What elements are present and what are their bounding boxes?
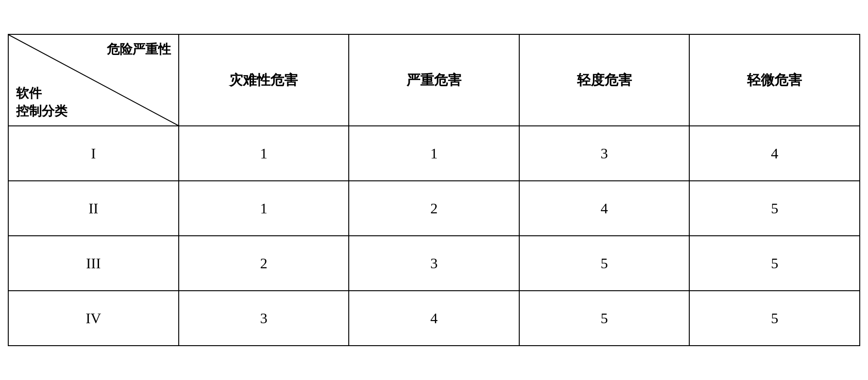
- cell-3-4: 5: [689, 236, 860, 291]
- cell-4-2: 4: [349, 291, 519, 346]
- table-wrapper: 危险严重性 软件控制分类 灾难性危害 严重危害 轻度危害 轻微危害 I 1 1 …: [8, 34, 860, 346]
- cell-3-3: 5: [519, 236, 690, 291]
- diagonal-bottom-left-label: 软件控制分类: [16, 84, 67, 120]
- row-header-1: I: [8, 126, 179, 181]
- cell-1-1: 1: [179, 126, 349, 181]
- row-header-3: III: [8, 236, 179, 291]
- cell-3-2: 3: [349, 236, 519, 291]
- diagonal-top-right-label: 危险严重性: [107, 40, 171, 58]
- table-row: III 2 3 5 5: [8, 236, 860, 291]
- column-header-3: 轻度危害: [519, 34, 690, 126]
- column-header-2: 严重危害: [349, 34, 519, 126]
- diagonal-cell-content: 危险严重性 软件控制分类: [9, 35, 178, 125]
- header-row: 危险严重性 软件控制分类 灾难性危害 严重危害 轻度危害 轻微危害: [8, 34, 860, 126]
- column-header-1: 灾难性危害: [179, 34, 349, 126]
- column-header-4: 轻微危害: [689, 34, 860, 126]
- diagonal-header-cell: 危险严重性 软件控制分类: [8, 34, 179, 126]
- cell-2-4: 5: [689, 181, 860, 236]
- table-row: I 1 1 3 4: [8, 126, 860, 181]
- cell-2-2: 2: [349, 181, 519, 236]
- cell-3-1: 2: [179, 236, 349, 291]
- main-table: 危险严重性 软件控制分类 灾难性危害 严重危害 轻度危害 轻微危害 I 1 1 …: [8, 34, 860, 346]
- cell-2-3: 4: [519, 181, 690, 236]
- cell-1-4: 4: [689, 126, 860, 181]
- row-header-4: IV: [8, 291, 179, 346]
- cell-4-3: 5: [519, 291, 690, 346]
- table-row: II 1 2 4 5: [8, 181, 860, 236]
- cell-4-1: 3: [179, 291, 349, 346]
- cell-2-1: 1: [179, 181, 349, 236]
- cell-1-3: 3: [519, 126, 690, 181]
- row-header-2: II: [8, 181, 179, 236]
- cell-4-4: 5: [689, 291, 860, 346]
- table-row: IV 3 4 5 5: [8, 291, 860, 346]
- cell-1-2: 1: [349, 126, 519, 181]
